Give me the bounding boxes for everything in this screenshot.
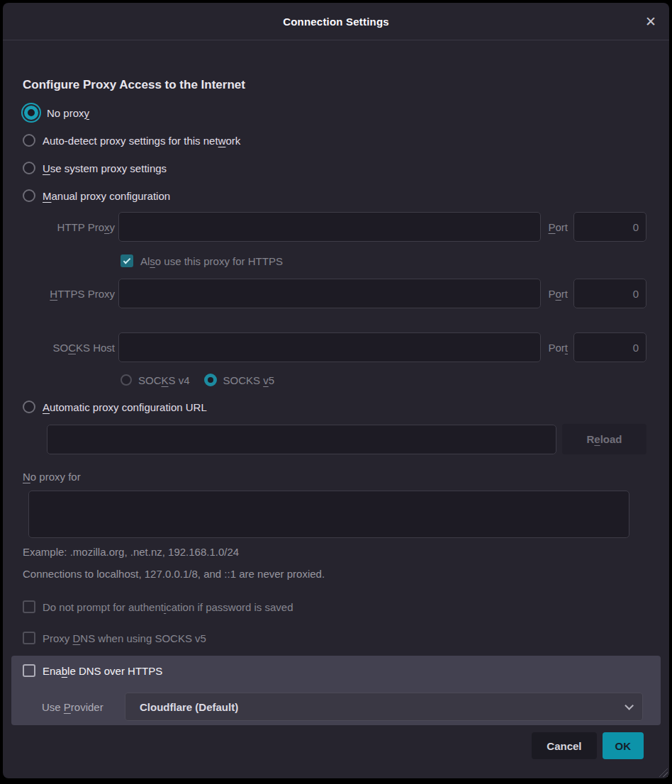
- http-proxy-label: HTTP Proxy: [23, 221, 118, 233]
- cancel-button[interactable]: Cancel: [532, 732, 596, 759]
- socks-host-label: SOCKS Host: [23, 342, 118, 354]
- auto-url-input[interactable]: [47, 425, 556, 454]
- socks-v5-label: SOCKS v5: [223, 374, 275, 386]
- also-https-checkbox[interactable]: [121, 254, 133, 267]
- no-proxy-for-textarea[interactable]: [28, 491, 629, 538]
- localhost-note: Connections to localhost, 127.0.0.1/8, a…: [23, 568, 669, 580]
- also-https-row[interactable]: Also use this proxy for HTTPS: [121, 254, 669, 267]
- use-system-radio[interactable]: [23, 162, 35, 174]
- enable-doh-row[interactable]: Enable DNS over HTTPS: [11, 663, 661, 678]
- no-prompt-auth-checkbox[interactable]: [23, 600, 35, 613]
- footer: Cancel OK: [3, 732, 644, 759]
- socks-host-input[interactable]: [118, 332, 541, 362]
- connection-settings-dialog: Connection Settings ✕ Configure Proxy Ac…: [3, 3, 669, 778]
- socks-host-row: SOCKS Host Port: [23, 332, 646, 362]
- titlebar: Connection Settings ✕: [3, 3, 669, 40]
- radio-row-use-system[interactable]: Use system proxy settings: [23, 159, 669, 177]
- example-text: Example: .mozilla.org, .net.nz, 192.168.…: [23, 546, 669, 558]
- http-proxy-row: HTTP Proxy Port: [23, 212, 646, 242]
- socks-v4-radio[interactable]: [121, 374, 132, 386]
- socks-v4-label: SOCKS v4: [138, 374, 190, 386]
- chevron-down-icon: [625, 701, 634, 710]
- check-icon: [123, 256, 131, 264]
- auto-url-input-row: Reload: [47, 424, 646, 454]
- provider-dropdown[interactable]: Cloudflare (Default): [125, 693, 643, 721]
- use-system-label: Use system proxy settings: [43, 162, 167, 174]
- auto-detect-radio[interactable]: [23, 134, 35, 147]
- radio-row-auto-url[interactable]: Automatic proxy configuration URL: [23, 398, 669, 415]
- no-proxy-for-row: No proxy for: [23, 469, 669, 483]
- enable-doh-checkbox[interactable]: [23, 664, 35, 677]
- manual-proxy-radio[interactable]: [23, 189, 35, 202]
- http-port-label: Port: [548, 221, 568, 233]
- https-port-label: Port: [548, 288, 568, 300]
- proxy-dns-row[interactable]: Proxy DNS when using SOCKS v5: [23, 632, 669, 644]
- socks-v5-radio[interactable]: [204, 374, 217, 386]
- use-provider-label: Use Provider: [42, 701, 125, 713]
- close-icon[interactable]: ✕: [645, 15, 656, 28]
- enable-doh-label: Enable DNS over HTTPS: [43, 665, 162, 677]
- radio-row-auto-detect[interactable]: Auto-detect proxy settings for this netw…: [23, 132, 669, 149]
- resize-grip[interactable]: [656, 765, 668, 777]
- socks-v4-option[interactable]: SOCKS v4: [121, 374, 190, 386]
- socks-port-label: Port: [548, 342, 568, 354]
- no-proxy-label: No proxy: [47, 107, 89, 119]
- https-proxy-input[interactable]: [118, 279, 541, 308]
- reload-button[interactable]: Reload: [562, 424, 646, 454]
- no-prompt-auth-row[interactable]: Do not prompt for authentication if pass…: [23, 600, 669, 613]
- provider-row: Use Provider Cloudflare (Default): [11, 693, 661, 721]
- socks-v5-option[interactable]: SOCKS v5: [204, 374, 275, 386]
- no-proxy-for-label: No proxy for: [23, 471, 81, 483]
- proxy-dns-checkbox[interactable]: [23, 632, 35, 644]
- socks-version-row: SOCKS v4 SOCKS v5: [121, 373, 669, 387]
- page-title: Configure Proxy Access to the Internet: [23, 77, 649, 93]
- radio-row-manual[interactable]: Manual proxy configuration: [23, 187, 669, 204]
- https-proxy-label: HTTPS Proxy: [23, 288, 118, 300]
- auto-url-label: Automatic proxy configuration URL: [43, 401, 207, 413]
- http-port-input[interactable]: [573, 212, 646, 242]
- radio-row-no-proxy[interactable]: No proxy: [23, 104, 669, 121]
- https-proxy-row: HTTPS Proxy Port: [23, 279, 646, 308]
- dialog-title: Connection Settings: [283, 16, 389, 28]
- no-proxy-radio[interactable]: [24, 106, 38, 120]
- manual-proxy-label: Manual proxy configuration: [43, 190, 170, 202]
- also-https-label: Also use this proxy for HTTPS: [140, 255, 283, 267]
- socks-port-input[interactable]: [573, 332, 646, 362]
- provider-dropdown-value: Cloudflare (Default): [140, 701, 625, 713]
- ok-button[interactable]: OK: [603, 732, 644, 759]
- auto-detect-label: Auto-detect proxy settings for this netw…: [43, 135, 240, 147]
- no-prompt-auth-label: Do not prompt for authentication if pass…: [43, 601, 293, 613]
- dns-over-https-section: Enable DNS over HTTPS Use Provider Cloud…: [11, 656, 661, 725]
- proxy-dns-label: Proxy DNS when using SOCKS v5: [43, 632, 206, 644]
- auto-url-radio[interactable]: [23, 401, 35, 413]
- https-port-input[interactable]: [573, 279, 646, 308]
- http-proxy-input[interactable]: [118, 212, 541, 242]
